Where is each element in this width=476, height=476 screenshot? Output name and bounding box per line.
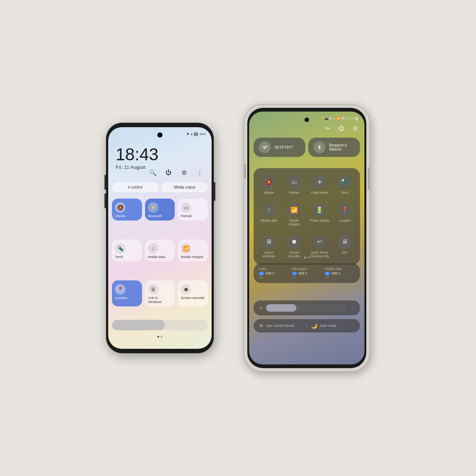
- brightness-bar-right[interactable]: ☀ ⋮: [254, 300, 360, 315]
- vol-up-button-right[interactable]: [244, 164, 246, 178]
- wifi-conn-icon: [259, 141, 271, 153]
- settings-icon-right[interactable]: ⚙: [353, 125, 358, 132]
- screen-recorder-icon: ⏺: [181, 284, 191, 295]
- qs-tiles-row2: 🔦 Torch ↕ Mobile data 📶 Mobile Hotspot: [112, 239, 208, 261]
- rqs-tile-vibrate[interactable]: 🔕 Vibrate: [257, 172, 280, 197]
- rqs-tile-torch[interactable]: 🔦 Torch: [333, 172, 356, 197]
- brightness-track-right: [266, 304, 347, 312]
- power-button-left[interactable]: [214, 182, 215, 201]
- portrait-icon: ▭: [181, 202, 191, 213]
- rqs-tile-dex[interactable]: 🖥 DeX: [333, 232, 356, 261]
- rqs-tile-linkwin[interactable]: 🖥 Link to Windows: [257, 232, 280, 261]
- rqs-tile-hotspot[interactable]: 📶 Mobile Hotspot: [283, 200, 306, 229]
- sim-mdata: Mobile data 1 SIM 1 EE: [325, 267, 355, 279]
- bluetooth-tile-icon: ⚡: [148, 202, 158, 213]
- qs-top-bar-left: 🔍 ⏻ ⚙ ⋮: [112, 167, 208, 178]
- tile-portrait[interactable]: ▭ Portrait: [178, 199, 208, 221]
- wifi-icon: ▲: [190, 132, 193, 136]
- power-button-right[interactable]: [368, 167, 369, 190]
- rqs-torch-label: Torch: [341, 191, 349, 194]
- tile-location-label: Location: [115, 296, 128, 300]
- rqs-screenrec-label: Screen recorder: [284, 251, 304, 258]
- tile-vibrate[interactable]: 🔕 Vibrate: [112, 199, 142, 221]
- sim-mdata-carrier: EE: [325, 276, 355, 279]
- scene: ✱ ▲ ▌▌ 56% 18:43 Fri, 11 August 🔍 ⏻ ⚙ ⋮: [0, 0, 476, 476]
- rqs-tile-location[interactable]: 📍 Location: [333, 200, 356, 229]
- status-icons-right: 🔒 📷 ✱ ▲ 📶 ☎ 28 71%▓: [320, 117, 358, 120]
- tile-location[interactable]: 📍 Location: [112, 280, 142, 306]
- location-icon: 📍: [115, 284, 125, 295]
- rqs-dot-1: [304, 257, 306, 258]
- signal-icon: ▌▌: [194, 132, 199, 136]
- sim-mdata-num: 1 SIM 1: [325, 271, 355, 275]
- rqs-tile-flight[interactable]: ✈ Flight mode: [308, 172, 331, 197]
- tile-screen-recorder[interactable]: ⏺ Screen recorder: [178, 280, 208, 306]
- rqs-screenrec-icon: ⏺: [287, 235, 301, 249]
- phone-right-screen: 🔒 📷 ✱ ▲ 📶 ☎ 28 71%▓ ✏ ⏻ ⚙: [249, 112, 364, 364]
- rqs-linkwin-icon: 🖥: [262, 235, 276, 249]
- rqs-portrait-icon: ▭: [287, 175, 301, 189]
- rqs-tile-quickshare[interactable]: ↩ Quick Share Contacts only: [308, 232, 331, 261]
- brightness-fill-right: [266, 304, 296, 312]
- power-icon-right[interactable]: ⏻: [338, 125, 344, 132]
- tile-hotspot-label: Mobile Hotspot: [181, 255, 203, 259]
- media-output-pill[interactable]: Media output: [161, 182, 208, 192]
- tile-mobile-data[interactable]: ↕ Mobile data: [145, 239, 175, 261]
- more-icon[interactable]: ⋮: [194, 167, 205, 178]
- mode-divider: [307, 323, 307, 329]
- tile-torch[interactable]: 🔦 Torch: [112, 239, 142, 261]
- qs-tiles-row3: 📍 Location 🖥 Link to Windows ⏺ Screen re…: [112, 280, 208, 306]
- rqs-hotspot-icon: 📶: [287, 203, 301, 217]
- rqs-powersave-label: Power saving: [310, 219, 329, 222]
- search-icon[interactable]: 🔍: [148, 167, 158, 178]
- dot-2: [161, 336, 163, 338]
- vol-down-button-left[interactable]: [104, 193, 106, 208]
- dark-mode[interactable]: 🌙 Dark mode: [311, 323, 355, 329]
- torch-icon: 🔦: [115, 243, 125, 254]
- tile-link-windows[interactable]: 🖥 Link to Windows: [145, 280, 175, 306]
- dot-1: [157, 336, 159, 338]
- rqs-tile-powersave[interactable]: 🔋 Power saving: [308, 200, 331, 229]
- rqs-tile-portrait[interactable]: ▭ Portrait: [283, 172, 306, 197]
- connected-tiles: SKYP79YT Benjamin's Watch6: [254, 138, 360, 157]
- status-icons-left: ✱ ▲ ▌▌ 56%: [187, 132, 206, 136]
- hotspot-icon: 📶: [181, 243, 191, 254]
- wifi-tile[interactable]: SKYP79YT: [254, 138, 305, 157]
- pencil-icon[interactable]: ✏: [325, 125, 330, 132]
- rqs-quickshare-icon: ↩: [312, 235, 327, 249]
- rqs-dot-2: [308, 257, 309, 258]
- rqs-header: ✏ ⏻ ⚙: [325, 125, 358, 132]
- sim-messages-title: Messages: [292, 267, 322, 271]
- sim-calls-badge: 1: [259, 272, 264, 275]
- settings-icon[interactable]: ⚙: [179, 167, 189, 178]
- vibrate-icon: 🔕: [115, 202, 125, 213]
- page-dots-right: [304, 257, 309, 258]
- rqs-tile-screenrec[interactable]: ⏺ Screen recorder: [283, 232, 306, 261]
- rqs-linkwin-label: Link to Windows: [259, 251, 279, 258]
- tile-hotspot[interactable]: 📶 Mobile Hotspot: [178, 239, 208, 261]
- rqs-torch-icon: 🔦: [338, 175, 352, 189]
- brightness-bar-left[interactable]: [112, 320, 208, 330]
- device-control-pill[interactable]: e control: [112, 182, 158, 192]
- eye-comfort-mode[interactable]: ☀ Eye comfort shield: [259, 323, 303, 329]
- rqs-vibrate-icon: 🔕: [262, 175, 276, 189]
- vol-up-button-left[interactable]: [104, 175, 106, 190]
- sim-section: Calls 1 SIM 1 EE Messages 1 SIM 1: [254, 263, 360, 283]
- rqs-vibrate-label: Vibrate: [264, 191, 274, 194]
- brightness-more-icon[interactable]: ⋮: [350, 305, 355, 311]
- bluetooth-conn-icon: [313, 141, 325, 153]
- tile-mobile-data-label: Mobile data: [148, 255, 165, 259]
- tile-bluetooth[interactable]: ⚡ Bluetooth: [145, 199, 175, 221]
- rqs-hotspot-label: Mobile Hotspot: [284, 219, 304, 226]
- rqs-tile-mdata[interactable]: ↕ Mobile data: [257, 200, 280, 229]
- rqs-flight-label: Flight mode: [311, 191, 328, 194]
- bluetooth-tile[interactable]: Benjamin's Watch6: [308, 138, 360, 157]
- bluetooth-device: Benjamin's Watch6: [329, 143, 355, 151]
- tile-portrait-label: Portrait: [181, 214, 192, 218]
- sim-calls-num: 1 SIM 1: [259, 271, 289, 275]
- power-icon[interactable]: ⏻: [163, 167, 174, 178]
- sim-mdata-sim: SIM 1: [331, 271, 340, 275]
- page-dots-left: [157, 336, 163, 338]
- sim-mdata-badge: 1: [325, 272, 330, 275]
- rqs-location-icon: 📍: [338, 203, 352, 217]
